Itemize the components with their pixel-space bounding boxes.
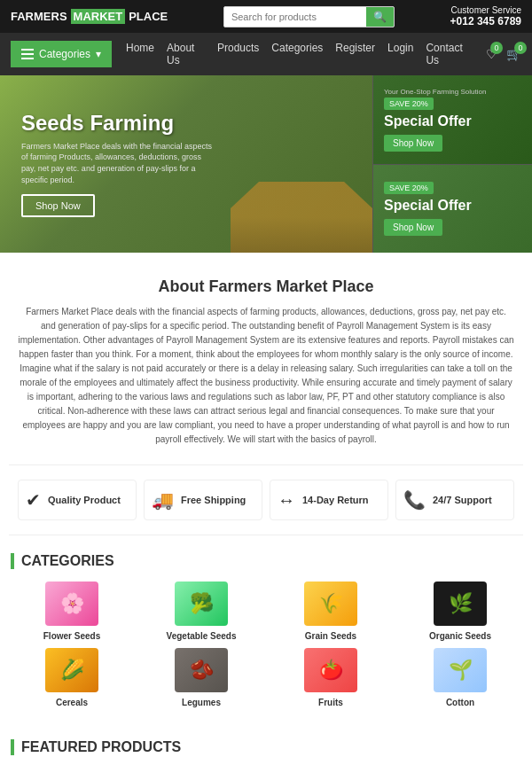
feature-item: 📞 24/7 Support	[395, 480, 514, 520]
about-title: About Farmers Market Place	[18, 277, 514, 296]
category-image: 🌸	[45, 582, 98, 626]
category-image: 🍅	[304, 648, 357, 692]
category-image: 🌽	[45, 648, 98, 692]
hero-side-top-label: Your One-Stop Farming Solution	[384, 88, 486, 96]
category-image: 🫘	[175, 648, 228, 692]
category-label: Fruits	[318, 698, 343, 707]
navbar: Categories ▾ Home About Us Products Cate…	[0, 33, 532, 75]
hero-side-top: Your One-Stop Farming Solution SAVE 20% …	[372, 75, 532, 164]
feature-icon: 🚚	[152, 489, 174, 511]
feature-icon: ↔	[278, 490, 295, 511]
nav-action-icons: ♡0 🛒0	[486, 47, 521, 61]
category-item[interactable]: 🍅 Fruits	[270, 648, 392, 707]
category-label: Grain Seeds	[305, 631, 356, 641]
category-icon: 🌿	[434, 582, 487, 626]
side-bottom-shop-button[interactable]: Shop Now	[384, 219, 442, 236]
save-badge-bottom: SAVE 20%	[384, 182, 434, 194]
nav-products[interactable]: Products	[217, 33, 259, 75]
categories-section: CATEGORIES 🌸 Flower Seeds 🥦 Vegetable Se…	[0, 535, 532, 725]
special-offer-title-top: Special Offer	[384, 113, 472, 129]
nav-about[interactable]: About Us	[167, 33, 205, 75]
hero-description: Farmers Market Place deals with the fina…	[21, 141, 216, 185]
side-top-shop-button[interactable]: Shop Now	[384, 135, 442, 152]
logo-farmers: FARMERS	[11, 10, 67, 23]
nav-home[interactable]: Home	[126, 33, 154, 75]
search-input[interactable]	[224, 8, 366, 26]
feature-icon: 📞	[403, 489, 426, 511]
category-label: Cotton	[446, 698, 474, 707]
hero-main: Seeds Farming Farmers Market Place deals…	[0, 75, 372, 253]
category-icon: 🌽	[45, 648, 98, 692]
special-offer-title-bottom: Special Offer	[384, 198, 472, 214]
top-header: FARMERS MARKET PLACE 🔍 Customer Service …	[0, 0, 532, 33]
wishlist-icon[interactable]: ♡0	[486, 47, 497, 61]
nav-register[interactable]: Register	[335, 33, 375, 75]
about-section: About Farmers Market Place Farmers Marke…	[0, 253, 532, 464]
hero-title: Seeds Farming	[21, 111, 351, 136]
nav-categories[interactable]: Categories	[271, 33, 323, 75]
category-image: 🥦	[175, 582, 228, 626]
customer-service: Customer Service +012 345 6789	[450, 5, 521, 27]
category-icon: 🌾	[304, 582, 357, 626]
feature-label: Free Shipping	[181, 495, 246, 505]
category-label: Legumes	[182, 698, 221, 707]
feature-item: 🚚 Free Shipping	[144, 480, 262, 520]
category-icon: 🥦	[175, 582, 228, 626]
category-image: 🌿	[434, 582, 487, 626]
category-image: 🌾	[304, 582, 357, 626]
category-item[interactable]: 🌸 Flower Seeds	[11, 582, 133, 641]
logo: FARMERS MARKET PLACE	[11, 9, 168, 24]
wishlist-count: 0	[490, 42, 503, 54]
phone-number: +012 345 6789	[450, 15, 521, 27]
nav-login[interactable]: Login	[387, 33, 413, 75]
featured-products-title: FEATURED PRODUCTS	[11, 739, 521, 755]
customer-service-label: Customer Service	[450, 5, 521, 15]
search-button[interactable]: 🔍	[366, 7, 394, 27]
search-bar: 🔍	[223, 6, 395, 27]
categories-dropdown-btn[interactable]: Categories ▾	[11, 41, 112, 67]
feature-item: ✔ Quality Product	[18, 480, 137, 520]
category-item[interactable]: 🌿 Organic Seeds	[399, 582, 521, 641]
category-item[interactable]: 🥦 Vegetable Seeds	[140, 582, 262, 641]
category-item[interactable]: 🫘 Legumes	[140, 648, 262, 707]
hero-section: Seeds Farming Farmers Market Place deals…	[0, 75, 532, 253]
feature-label: 14-Day Return	[302, 495, 369, 505]
features-bar: ✔ Quality Product 🚚 Free Shipping ↔ 14-D…	[9, 464, 523, 535]
save-badge-top: SAVE 20%	[384, 98, 434, 110]
cart-count: 0	[514, 42, 527, 54]
logo-place: PLACE	[129, 10, 168, 23]
feature-label: Quality Product	[48, 495, 121, 505]
nav-contact[interactable]: Contact Us	[426, 33, 472, 75]
category-icon: 🫘	[175, 648, 228, 692]
category-label: Organic Seeds	[429, 631, 491, 641]
hero-content: Seeds Farming Farmers Market Place deals…	[21, 111, 351, 217]
categories-grid: 🌸 Flower Seeds 🥦 Vegetable Seeds 🌾 Grain…	[11, 582, 521, 707]
feature-icon: ✔	[26, 489, 41, 511]
featured-products-section: FEATURED PRODUCTS 🫛 Peas ₹ 800 ₹ 860 Vie…	[0, 725, 532, 765]
category-image: 🌱	[434, 648, 487, 692]
category-icon: 🌱	[434, 648, 487, 692]
category-label: Cereals	[56, 698, 88, 707]
categories-title: CATEGORIES	[11, 553, 521, 569]
category-label: Flower Seeds	[43, 631, 100, 641]
category-icon: 🍅	[304, 648, 357, 692]
cart-icon[interactable]: 🛒0	[506, 47, 521, 61]
logo-market: MARKET	[71, 9, 126, 24]
hero-shop-now-button[interactable]: Shop Now	[21, 194, 95, 217]
category-item[interactable]: 🌽 Cereals	[11, 648, 133, 707]
about-text: Farmers Market Place deals with the fina…	[18, 305, 514, 447]
category-item[interactable]: 🌱 Cotton	[399, 648, 521, 707]
category-item[interactable]: 🌾 Grain Seeds	[270, 582, 392, 641]
feature-label: 24/7 Support	[433, 495, 492, 505]
category-icon: 🌸	[45, 582, 98, 626]
hero-side: Your One-Stop Farming Solution SAVE 20% …	[372, 75, 532, 253]
category-label: Vegetable Seeds	[167, 631, 237, 641]
hero-side-bottom: SAVE 20% Special Offer Shop Now	[372, 164, 532, 254]
feature-item: ↔ 14-Day Return	[270, 480, 388, 520]
nav-links: Home About Us Products Categories Regist…	[112, 33, 486, 75]
